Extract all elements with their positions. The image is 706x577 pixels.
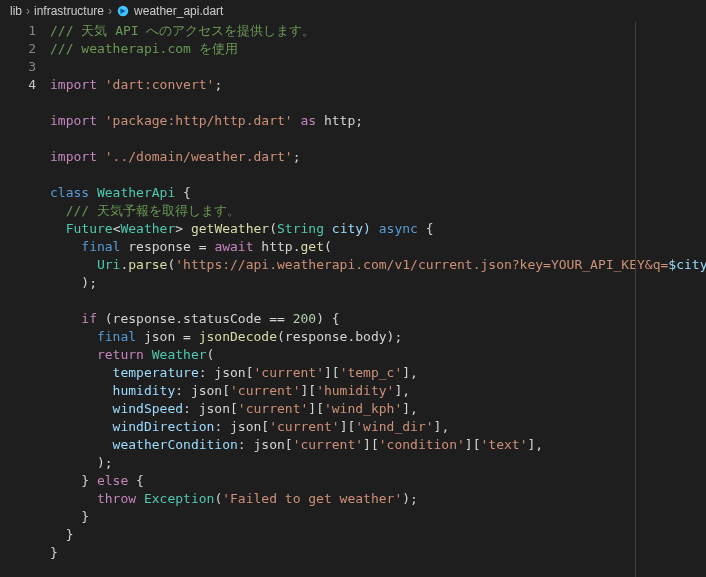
dart-file-icon [116,4,130,18]
code-token: 'Failed to get weather' [222,491,402,506]
code-token: jsonDecode [199,329,277,344]
code-token: 'current' [254,365,324,380]
code-token: 'package:http/http.dart' [105,113,293,128]
breadcrumb-sep: › [108,4,112,18]
code-token: WeatherApi [89,185,183,200]
breadcrumb-segment[interactable]: lib [10,4,22,18]
code-token: ); [50,455,113,470]
code-token: 'dart:convert' [105,77,215,92]
code-token: final [50,239,120,254]
code-token: : json[ [183,401,238,416]
code-token: Uri [50,257,120,272]
code-token: ( [324,239,332,254]
code-token: 200 [293,311,316,326]
code-token: /// weatherapi.com を使用 [50,41,238,56]
code-token: } [50,509,89,524]
code-token: windDirection [50,419,214,434]
code-token: } [50,527,73,542]
code-token: Weather [120,221,175,236]
breadcrumb[interactable]: lib › infrastructure › weather_api.dart [0,0,706,22]
code-token: 'wind_kph' [324,401,402,416]
code-token: if [50,311,97,326]
code-token: import [50,149,97,164]
code-token: http; [324,113,363,128]
code-token: import [50,113,97,128]
code-token: else [97,473,128,488]
code-token: ( [207,347,215,362]
code-token: '../domain/weather.dart' [105,149,293,164]
code-token: 'temp_c' [340,365,403,380]
code-token: final [50,329,136,344]
code-token: ( [269,221,277,236]
code-token: Weather [144,347,207,362]
code-token: 'condition' [379,437,465,452]
code-token: Future [50,221,113,236]
code-token: { [418,221,434,236]
code-token: getWeather [191,221,269,236]
code-token: ][ [300,383,316,398]
code-token: ; [293,149,301,164]
code-token: 'current' [293,437,363,452]
code-token: ) { [316,311,339,326]
editor-ruler [635,22,636,577]
line-gutter: 1 2 3 4 [0,22,50,577]
code-token: as [293,113,324,128]
code-token: 'https://api.weatherapi.com/v1/current.j… [175,257,668,272]
code-token: response = [120,239,214,254]
code-token: : json[ [175,383,230,398]
code-token: 'wind_dir' [355,419,433,434]
code-token: windSpeed [50,401,183,416]
code-token: ], [527,437,543,452]
code-editor[interactable]: 1 2 3 4 /// 天気 API へのアクセスを提供します。 /// wea… [0,22,706,577]
code-token: parse [128,257,167,272]
code-token: get [300,239,323,254]
code-token: } [50,473,97,488]
line-number: 3 [0,58,36,76]
code-token: : json[ [199,365,254,380]
breadcrumb-segment[interactable]: infrastructure [34,4,104,18]
code-token: { [183,185,191,200]
code-area[interactable]: /// 天気 API へのアクセスを提供します。 /// weatherapi.… [50,22,706,577]
code-token: http. [254,239,301,254]
line-number: 1 [0,22,36,40]
code-token: 'text' [481,437,528,452]
code-token: $city [668,257,706,272]
code-token: (response.statusCode == [97,311,293,326]
code-token: return [50,347,144,362]
code-token: ][ [324,365,340,380]
code-token: ; [214,77,222,92]
code-token: async [379,221,418,236]
code-token: 'current' [269,419,339,434]
code-token: await [214,239,253,254]
code-token: weatherCondition [50,437,238,452]
breadcrumb-file[interactable]: weather_api.dart [134,4,223,18]
code-token: ][ [363,437,379,452]
code-token: ], [434,419,450,434]
code-token: ); [50,275,97,290]
code-token: json = [136,329,199,344]
code-token: ][ [340,419,356,434]
code-token: /// 天気予報を取得します。 [50,203,240,218]
code-token: humidity [50,383,175,398]
code-token: ][ [308,401,324,416]
code-token: (response.body); [277,329,402,344]
code-token: } [50,545,58,560]
code-token: : json[ [214,419,269,434]
code-token: > [175,221,191,236]
code-token: ], [402,365,418,380]
code-token: class [50,185,89,200]
code-token: /// 天気 API へのアクセスを提供します。 [50,23,315,38]
line-number: 2 [0,40,36,58]
code-token: ], [402,401,418,416]
code-token: temperature [50,365,199,380]
code-token: import [50,77,97,92]
code-token: Exception [136,491,214,506]
code-token: throw [50,491,136,506]
code-token: String [277,221,324,236]
code-token: ][ [465,437,481,452]
code-token: city) [324,221,379,236]
code-token: 'humidity' [316,383,394,398]
code-token: : json[ [238,437,293,452]
code-token: 'current' [238,401,308,416]
breadcrumb-sep: › [26,4,30,18]
